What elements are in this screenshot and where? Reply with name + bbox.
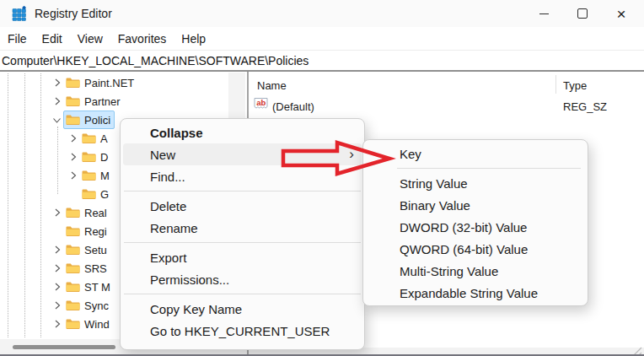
- tree-item-paint-net[interactable]: Paint.NET: [51, 73, 138, 92]
- tree-item-label: M: [100, 170, 110, 182]
- menu-item-label: QWORD (64-bit) Value: [400, 242, 528, 256]
- menu-item-label: Expandable String Value: [400, 286, 538, 300]
- menubar-item-view[interactable]: View: [70, 27, 110, 50]
- menu-item-label: Rename: [150, 221, 198, 235]
- folder-icon: [66, 225, 80, 237]
- submenu-arrow-icon: ›: [349, 146, 354, 163]
- close-icon: ×: [616, 6, 625, 22]
- folder-icon: [66, 77, 80, 89]
- chevron-right-icon[interactable]: [67, 169, 79, 182]
- chevron-right-icon[interactable]: [67, 150, 79, 164]
- tree-item-label: Polici: [84, 114, 110, 127]
- column-divider[interactable]: [555, 75, 556, 94]
- menu-item-label: Delete: [150, 199, 186, 213]
- tree-item-g[interactable]: G: [67, 185, 113, 203]
- chevron-right-icon[interactable]: [51, 299, 63, 312]
- chevron-right-icon[interactable]: [51, 94, 63, 108]
- tree-guide-line: [57, 127, 58, 194]
- registry-editor-app-icon: [12, 6, 27, 21]
- folder-icon: [82, 151, 96, 163]
- window-title: Registry Editor: [35, 7, 112, 20]
- tree-item-label: D: [100, 151, 108, 164]
- column-header-type[interactable]: Type: [563, 79, 587, 92]
- menu-item-string-value[interactable]: String Value: [366, 172, 585, 194]
- address-bar[interactable]: Computer\HKEY_LOCAL_MACHINE\SOFTWARE\Pol…: [0, 51, 644, 72]
- chevron-right-icon[interactable]: [51, 206, 63, 219]
- minimize-icon: [539, 13, 549, 14]
- menu-separator: [124, 294, 361, 294]
- menu-bar: FileEditViewFavoritesHelp: [0, 27, 644, 51]
- folder-icon: [66, 114, 80, 126]
- maximize-icon: [577, 8, 588, 19]
- menu-item-rename[interactable]: Rename: [123, 217, 362, 239]
- tree-item-label: Real: [84, 207, 107, 219]
- menu-item-go-to-hkey-current-user[interactable]: Go to HKEY_CURRENT_USER: [123, 320, 362, 342]
- value-name-default[interactable]: (Default): [272, 100, 314, 113]
- chevron-right-icon[interactable]: [51, 76, 63, 89]
- menu-item-label: Copy Key Name: [150, 302, 242, 316]
- menubar-item-favorites[interactable]: Favorites: [110, 27, 174, 50]
- tree-item-sync[interactable]: Sync: [51, 296, 113, 315]
- close-button[interactable]: ×: [602, 0, 641, 27]
- menu-item-permissions[interactable]: Permissions...: [123, 268, 362, 290]
- menu-item-qword-64-bit-value[interactable]: QWORD (64-bit) Value: [366, 238, 585, 260]
- chevron-right-icon[interactable]: [67, 132, 79, 145]
- menu-item-label: Key: [400, 147, 421, 161]
- tree-item-a[interactable]: A: [67, 129, 112, 148]
- folder-icon: [66, 207, 80, 218]
- menu-item-multi-string-value[interactable]: Multi-String Value: [366, 260, 585, 282]
- tree-item-st-m[interactable]: ST M: [51, 278, 115, 296]
- tree-item-m[interactable]: M: [67, 166, 114, 185]
- tree-item-wind[interactable]: Wind: [51, 315, 114, 333]
- menubar-item-help[interactable]: Help: [174, 27, 213, 50]
- maximize-button[interactable]: [563, 0, 602, 27]
- folder-icon: [66, 299, 80, 311]
- tree-item-srs[interactable]: SRS: [51, 259, 111, 278]
- tree-item-real[interactable]: Real: [51, 203, 111, 222]
- menu-item-binary-value[interactable]: Binary Value: [366, 194, 585, 216]
- tree-guide-line: [40, 73, 41, 337]
- svg-text:ab: ab: [256, 98, 266, 107]
- tree-guide-line: [8, 73, 8, 337]
- menu-item-find[interactable]: Find...: [123, 165, 362, 187]
- minimize-button[interactable]: [524, 0, 563, 27]
- chevron-down-icon[interactable]: [51, 114, 64, 127]
- menu-separator: [124, 191, 361, 191]
- tree-item-label: Setu: [84, 244, 107, 256]
- chevron-right-icon[interactable]: [51, 317, 63, 331]
- tree-item-setu[interactable]: Setu: [51, 240, 111, 259]
- menu-item-delete[interactable]: Delete: [123, 195, 362, 217]
- folder-icon: [66, 95, 80, 107]
- string-value-icon: ab: [254, 97, 269, 110]
- menubar-item-file[interactable]: File: [0, 27, 35, 50]
- menu-item-expandable-string-value[interactable]: Expandable String Value: [366, 282, 585, 304]
- window-resize-grip[interactable]: [631, 346, 642, 356]
- tree-item-partner[interactable]: Partner: [51, 92, 125, 111]
- menu-separator: [397, 168, 581, 169]
- column-header-name[interactable]: Name: [257, 79, 287, 92]
- menu-item-label: DWORD (32-bit) Value: [400, 220, 527, 235]
- menu-item-key[interactable]: Key: [366, 143, 585, 165]
- chevron-right-icon[interactable]: [51, 243, 63, 256]
- tree-item-regi[interactable]: Regi: [51, 222, 111, 240]
- menubar-item-edit[interactable]: Edit: [35, 27, 70, 50]
- menu-item-new[interactable]: New›: [123, 143, 362, 165]
- menu-item-label: New: [150, 148, 175, 162]
- title-bar[interactable]: Registry Editor ×: [0, 0, 644, 27]
- new-submenu: KeyString ValueBinary ValueDWORD (32-bit…: [362, 139, 588, 306]
- tree-item-label: SRS: [84, 262, 107, 275]
- menu-item-export[interactable]: Export: [123, 246, 362, 268]
- folder-icon: [82, 170, 96, 181]
- tree-item-polici[interactable]: Polici: [51, 111, 115, 129]
- chevron-right-icon[interactable]: [51, 262, 63, 275]
- menu-item-collapse[interactable]: Collapse: [123, 121, 362, 143]
- tree-item-label: Regi: [84, 225, 107, 238]
- menu-item-label: Go to HKEY_CURRENT_USER: [150, 324, 330, 338]
- tree-item-label: Sync: [84, 299, 109, 312]
- menu-separator: [124, 242, 361, 243]
- menu-item-dword-32-bit-value[interactable]: DWORD (32-bit) Value: [366, 216, 585, 238]
- tree-item-d[interactable]: D: [67, 148, 112, 166]
- tree-horizontal-scrollbar-thumb[interactable]: [13, 345, 115, 349]
- chevron-right-icon[interactable]: [51, 280, 63, 294]
- menu-item-copy-key-name[interactable]: Copy Key Name: [123, 298, 362, 320]
